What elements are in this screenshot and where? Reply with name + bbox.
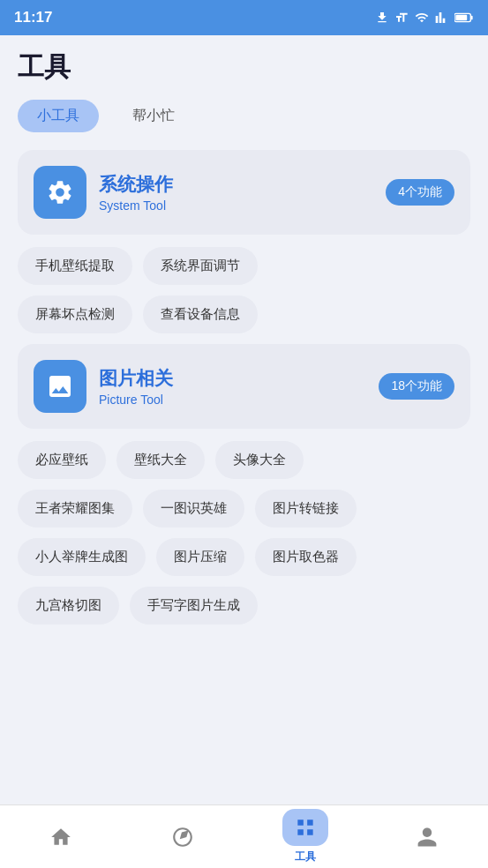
picture-tags-row-2: 王者荣耀图集 一图识英雄 图片转链接 [18,490,470,528]
system-tool-icon [34,166,86,219]
svg-rect-2 [471,16,473,20]
font-icon [394,11,409,25]
system-tool-title-cn: 系统操作 [99,172,173,197]
picture-tool-title-cn: 图片相关 [99,366,173,391]
grid-icon-wrap [282,809,328,846]
wifi-icon [414,11,430,25]
status-icons [375,11,474,25]
nav-explore[interactable] [122,819,244,856]
picture-tags-row-4: 九宫格切图 手写字图片生成 [18,587,470,625]
nav-profile[interactable] [366,819,488,856]
nav-tools[interactable]: 工具 [244,809,366,864]
picture-tags-row-3: 小人举牌生成图 图片压缩 图片取色器 [18,538,470,576]
tag-sign-generator[interactable]: 小人举牌生成图 [18,538,146,576]
tag-wallpaper-extract[interactable]: 手机壁纸提取 [18,247,132,285]
grid-icon [294,816,317,839]
system-tool-card: 系统操作 System Tool 4个功能 [18,150,470,235]
tag-handwriting-gen[interactable]: 手写字图片生成 [130,587,258,625]
tag-color-picker[interactable]: 图片取色器 [255,538,357,576]
tag-wallpaper-all[interactable]: 壁纸大全 [116,441,205,479]
picture-tags-section: 必应壁纸 壁纸大全 头像大全 王者荣耀图集 一图识英雄 图片转链接 小人举牌生成… [18,441,470,625]
status-time: 11:17 [14,9,52,26]
system-tool-badge: 4个功能 [386,179,454,206]
person-icon [416,826,439,849]
tag-bing-wallpaper[interactable]: 必应壁纸 [18,441,106,479]
picture-tool-title-en: Picture Tool [99,393,173,407]
picture-tool-badge: 18个功能 [379,373,454,400]
system-tool-title-en: System Tool [99,198,173,213]
compass-icon-wrap [160,819,206,856]
status-bar: 11:17 [0,0,488,35]
tag-system-ui-adjust[interactable]: 系统界面调节 [143,247,258,285]
tag-hero-recognition[interactable]: 一图识英雄 [143,490,244,528]
system-tags-section: 手机壁纸提取 系统界面调节 屏幕坏点检测 查看设备信息 [18,247,470,333]
tag-nine-grid[interactable]: 九宫格切图 [18,587,119,625]
system-tags-row-1: 手机壁纸提取 系统界面调节 [18,247,470,285]
tag-honor-kings[interactable]: 王者荣耀图集 [18,490,132,528]
person-icon-wrap [404,819,450,856]
download-icon [375,11,389,25]
nav-home[interactable] [0,819,122,856]
signal-icon [435,11,449,25]
tag-dead-pixel[interactable]: 屏幕坏点检测 [18,296,132,333]
bottom-nav: 工具 [0,804,488,868]
compass-icon [171,826,194,849]
tab-help[interactable]: 帮小忙 [113,100,194,132]
tag-image-to-link[interactable]: 图片转链接 [255,490,357,528]
home-icon [49,826,72,849]
picture-tool-icon-wrap [34,360,86,413]
tag-avatar-all[interactable]: 头像大全 [215,441,304,479]
gear-icon [46,178,74,206]
home-icon-wrap [38,819,84,856]
tag-image-compress[interactable]: 图片压缩 [156,538,244,576]
picture-tool-card: 图片相关 Picture Tool 18个功能 [18,344,470,429]
image-icon [46,372,74,400]
main-content: 工具 小工具 帮小忙 系统操作 System Tool 4个功能 手机壁纸提取 … [0,35,488,804]
tab-xiaotools[interactable]: 小工具 [18,100,99,132]
tag-device-info[interactable]: 查看设备信息 [143,296,258,333]
tabs-row: 小工具 帮小忙 [18,100,470,132]
system-tags-row-2: 屏幕坏点检测 查看设备信息 [18,296,470,333]
svg-rect-1 [455,15,467,20]
battery-icon [454,11,474,25]
page-title: 工具 [18,49,470,86]
nav-tools-label: 工具 [295,849,316,864]
picture-tags-row-1: 必应壁纸 壁纸大全 头像大全 [18,441,470,479]
